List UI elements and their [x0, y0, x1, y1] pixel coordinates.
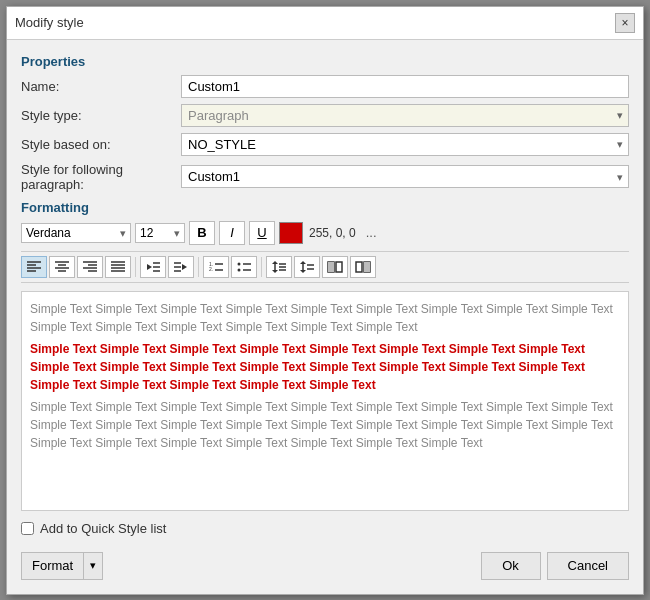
title-bar: Modify style ×: [7, 7, 643, 40]
style-following-row: Style for following paragraph: Custom1: [21, 162, 629, 192]
svg-rect-44: [336, 262, 342, 272]
alignment-toolbar: 1.2.: [21, 251, 629, 283]
list-bullet-button[interactable]: [231, 256, 257, 278]
svg-rect-46: [356, 262, 362, 272]
size-select-wrapper: 12: [135, 223, 185, 243]
modify-style-dialog: Modify style × Properties Name: Style ty…: [6, 6, 644, 595]
align-center-button[interactable]: [49, 256, 75, 278]
style-based-label: Style based on:: [21, 137, 181, 152]
style-type-select[interactable]: Paragraph: [181, 104, 629, 127]
svg-marker-40: [300, 270, 306, 273]
column-layout-left-button[interactable]: [322, 256, 348, 278]
format-button[interactable]: Format: [21, 552, 84, 580]
more-button[interactable]: ...: [360, 223, 383, 242]
format-button-wrapper: Format ▾: [21, 552, 103, 580]
align-right-button[interactable]: [77, 256, 103, 278]
style-type-control: Paragraph: [181, 104, 629, 127]
align-left-button[interactable]: [21, 256, 47, 278]
footer-row: Format ▾ Ok Cancel: [21, 546, 629, 584]
quick-style-label: Add to Quick Style list: [40, 521, 166, 536]
svg-marker-39: [300, 261, 306, 264]
style-based-control: NO_STYLE: [181, 133, 629, 156]
preview-before-text: Simple Text Simple Text Simple Text Simp…: [30, 300, 620, 336]
style-following-select[interactable]: Custom1: [181, 165, 629, 188]
toolbar-separator-2: [198, 257, 199, 277]
svg-marker-16: [147, 264, 152, 270]
align-justify-button[interactable]: [105, 256, 131, 278]
name-control: [181, 75, 629, 98]
svg-rect-48: [364, 262, 370, 272]
paragraph-spacing-button[interactable]: [294, 256, 320, 278]
style-following-label: Style for following paragraph:: [21, 162, 181, 192]
preview-area: Simple Text Simple Text Simple Text Simp…: [21, 291, 629, 511]
quick-style-checkbox[interactable]: [21, 522, 34, 535]
svg-marker-33: [272, 261, 278, 264]
properties-section-header: Properties: [21, 54, 629, 69]
color-value-label: 255, 0, 0: [309, 226, 356, 240]
color-swatch[interactable]: [279, 222, 303, 244]
dialog-action-buttons: Ok Cancel: [481, 552, 629, 580]
cancel-button[interactable]: Cancel: [547, 552, 629, 580]
toolbar-separator-1: [135, 257, 136, 277]
svg-text:2.: 2.: [209, 266, 213, 272]
font-toolbar: Verdana 12 B I U 255, 0, 0 ...: [21, 221, 629, 245]
name-label: Name:: [21, 79, 181, 94]
style-based-row: Style based on: NO_STYLE: [21, 133, 629, 156]
line-spacing-button[interactable]: [266, 256, 292, 278]
ok-button[interactable]: Ok: [481, 552, 541, 580]
underline-button[interactable]: U: [249, 221, 275, 245]
size-select[interactable]: 12: [135, 223, 185, 243]
svg-marker-23: [182, 264, 187, 270]
preview-styled-text: Simple Text Simple Text Simple Text Simp…: [30, 340, 620, 394]
font-select-wrapper: Verdana: [21, 223, 131, 243]
close-button[interactable]: ×: [615, 13, 635, 33]
italic-button[interactable]: I: [219, 221, 245, 245]
style-based-select[interactable]: NO_STYLE: [181, 133, 629, 156]
bold-button[interactable]: B: [189, 221, 215, 245]
list-numbered-button[interactable]: 1.2.: [203, 256, 229, 278]
style-type-row: Style type: Paragraph: [21, 104, 629, 127]
dialog-title: Modify style: [15, 15, 84, 30]
formatting-section: Formatting Verdana 12 B I U 255, 0, 0 .: [21, 200, 629, 283]
indent-increase-button[interactable]: [168, 256, 194, 278]
font-select[interactable]: Verdana: [21, 223, 131, 243]
style-type-label: Style type:: [21, 108, 181, 123]
formatting-section-header: Formatting: [21, 200, 629, 215]
dialog-body: Properties Name: Style type: Paragraph S…: [7, 40, 643, 594]
indent-decrease-button[interactable]: [140, 256, 166, 278]
svg-rect-45: [328, 262, 334, 272]
name-row: Name:: [21, 75, 629, 98]
quick-style-row: Add to Quick Style list: [21, 521, 629, 536]
preview-after-text: Simple Text Simple Text Simple Text Simp…: [30, 398, 620, 452]
toolbar-separator-3: [261, 257, 262, 277]
column-layout-right-button[interactable]: [350, 256, 376, 278]
svg-point-28: [238, 262, 241, 265]
name-input[interactable]: [181, 75, 629, 98]
style-following-control: Custom1: [181, 165, 629, 188]
format-dropdown-arrow[interactable]: ▾: [84, 552, 103, 580]
svg-point-30: [238, 268, 241, 271]
svg-marker-34: [272, 270, 278, 273]
